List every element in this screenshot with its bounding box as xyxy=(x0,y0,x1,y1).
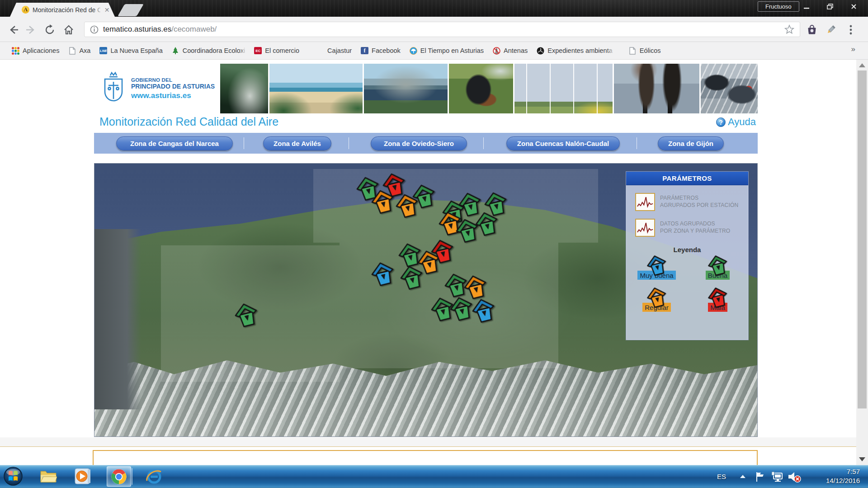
panel-item-line1: DATOS AGRUPADOS xyxy=(660,221,730,228)
zone-button-aviles[interactable]: Zona de Avilés xyxy=(263,136,331,150)
title-row: Monitorización Red Calidad del Aire ? Ay… xyxy=(94,114,758,132)
legend-item-buena: Buena xyxy=(706,254,730,280)
volume-muted-icon[interactable] xyxy=(788,465,801,488)
logo-line3: www.asturias.es xyxy=(131,91,215,100)
logo-line2: PRINCIPADO DE ASTURIAS xyxy=(131,83,215,90)
facebook-icon: f xyxy=(361,47,368,55)
tab-title-fade xyxy=(94,5,102,17)
browser-toolbar: tematico.asturias.es /cecomaweb/ xyxy=(0,17,868,42)
minimize-button[interactable] xyxy=(795,0,818,13)
taskbar-chrome-button[interactable] xyxy=(107,466,131,487)
apps-shortcut[interactable]: Aplicaciones xyxy=(7,45,64,56)
zone-button-cangas-del-narcea[interactable]: Zona de Cangas del Narcea xyxy=(116,136,233,150)
taskbar-ie-button[interactable] xyxy=(144,466,165,487)
taskbar-clock[interactable]: 7:57 14/12/2016 xyxy=(809,465,864,488)
panel-item-datos-por-zona[interactable]: DATOS AGRUPADOS POR ZONA Y PARÁMETRO xyxy=(635,219,748,237)
back-button[interactable] xyxy=(5,22,22,38)
site-banner: GOBIERNO DEL PRINCIPADO DE ASTURIAS www.… xyxy=(94,64,758,113)
action-center-flag-icon[interactable] xyxy=(755,465,765,488)
extension-pencil-icon[interactable] xyxy=(823,22,839,38)
page-scrollbar[interactable] xyxy=(856,60,868,465)
help-link[interactable]: ? Ayuda xyxy=(716,116,756,128)
apps-grid-icon xyxy=(12,47,19,55)
language-indicator[interactable]: ES xyxy=(712,465,731,488)
banner-photo-capercaillie-bird xyxy=(449,64,513,113)
legend-item-mala: Mala xyxy=(707,286,729,312)
home-button[interactable] xyxy=(61,22,77,38)
panel-item-parametros-por-estacion[interactable]: PARÁMETROS AGRUPADOS POR ESTACIÓN xyxy=(635,193,748,211)
start-button[interactable] xyxy=(3,466,24,487)
station-marker-muy_buena[interactable] xyxy=(468,295,499,326)
chrome-icon xyxy=(111,469,127,485)
banner-photo-traffic xyxy=(701,64,758,113)
chart-icon xyxy=(635,193,655,211)
ec-badge-icon: EC xyxy=(254,47,262,55)
taskbar-explorer-button[interactable] xyxy=(38,466,59,487)
bookmark-coordinadora-ecoloxista[interactable]: Coordinadora Ecoloxi xyxy=(167,45,250,56)
banner-photo-mountain-lake xyxy=(364,64,448,113)
chart-icon xyxy=(635,219,655,237)
panel-title: PARÁMETROS xyxy=(626,172,748,185)
tab-close-icon[interactable]: ✕ xyxy=(104,7,110,14)
page-info-icon[interactable] xyxy=(90,25,99,34)
bookmark-antenas[interactable]: Antenas xyxy=(488,45,532,56)
station-marker-muy_buena[interactable] xyxy=(368,258,398,290)
forward-button[interactable] xyxy=(23,22,39,38)
site-favicon-icon: A xyxy=(22,6,29,14)
bookmark-label: Antenas xyxy=(504,47,528,54)
weather-icon xyxy=(410,47,417,55)
address-bar[interactable]: tematico.asturias.es /cecomaweb/ xyxy=(84,22,800,37)
bookmark-axa[interactable]: Axa xyxy=(64,45,95,56)
asturias-logo: GOBIERNO DEL PRINCIPADO DE ASTURIAS www.… xyxy=(94,64,219,113)
bookmark-label: Axa xyxy=(79,47,90,54)
scroll-down-icon[interactable] xyxy=(859,457,865,461)
bookmark-cajastur[interactable]: Cajastur xyxy=(312,45,356,56)
banner-photo-beach xyxy=(269,64,363,113)
legend: Muy buenaBuenaRegularMala xyxy=(626,254,748,312)
network-icon[interactable] xyxy=(771,465,783,488)
zone-separator xyxy=(483,137,484,149)
scrollbar-thumb[interactable] xyxy=(858,70,867,408)
bookmark-eolicos[interactable]: Eólicos xyxy=(624,45,665,56)
window-controls xyxy=(795,0,865,13)
bookmark-el-tiempo-en-asturias[interactable]: El Tiempo en Asturias xyxy=(405,45,488,56)
banner-photo-waterfall xyxy=(220,64,268,113)
close-button[interactable] xyxy=(842,0,865,13)
page-icon xyxy=(68,47,76,55)
new-tab-button[interactable] xyxy=(118,4,144,16)
extension-bag-icon[interactable] xyxy=(804,22,820,38)
bookmark-expedientes-ambientales[interactable]: Expedientes ambienta xyxy=(532,45,617,56)
tray-expand-icon[interactable] xyxy=(740,465,746,488)
screen: A Monitorización Red de C ✕ Fructuoso te xyxy=(0,0,868,488)
zone-button-oviedo-siero[interactable]: Zona de Oviedo-Siero xyxy=(371,136,467,150)
banner-photo-smokestacks xyxy=(614,64,699,113)
zone-separator xyxy=(244,137,244,149)
zone-button-cuencas-nalon-caudal[interactable]: Zona Cuencas Nalón-Caudal xyxy=(506,136,620,150)
bookmark-el-comercio[interactable]: EC El comercio xyxy=(250,45,304,56)
bookmark-label: El comercio xyxy=(265,47,299,54)
below-map-strip xyxy=(0,437,868,447)
banner-photo-wind-turbines xyxy=(514,64,613,113)
asturias-map: PARÁMETROS PARÁMETROS AGRUPADOS POR ESTA… xyxy=(94,163,758,437)
bookmarks-bar: Aplicaciones Axa LNE La Nueva España Coo… xyxy=(0,42,868,60)
zone-separator xyxy=(349,137,349,149)
profile-button[interactable]: Fructuoso xyxy=(758,1,799,12)
browser-tab[interactable]: A Monitorización Red de C ✕ xyxy=(10,3,115,17)
bookmark-facebook[interactable]: f Facebook xyxy=(356,45,405,56)
bookmark-label: Facebook xyxy=(372,47,401,54)
bookmark-la-nueva-espana[interactable]: LNE La Nueva España xyxy=(95,45,167,56)
station-marker-buena[interactable] xyxy=(231,299,262,331)
legend-item-muy_buena: Muy buena xyxy=(637,254,675,280)
restore-button[interactable] xyxy=(818,0,842,13)
legend-item-regular: Regular xyxy=(642,286,671,312)
panel-item-line2: AGRUPADOS POR ESTACIÓN xyxy=(660,202,738,209)
clock-time: 7:57 xyxy=(809,467,860,476)
bookmark-star-icon[interactable] xyxy=(784,24,794,34)
taskbar-wmp-button[interactable] xyxy=(72,466,93,487)
reload-button[interactable] xyxy=(42,22,58,38)
scroll-up-icon[interactable] xyxy=(859,63,865,67)
zone-button-gijon[interactable]: Zona de Gijón xyxy=(658,136,724,150)
tab-title: Monitorización Red de C xyxy=(33,6,100,14)
bookmarks-overflow-chevron[interactable]: » xyxy=(851,45,855,54)
menu-dots-icon[interactable] xyxy=(843,22,859,38)
